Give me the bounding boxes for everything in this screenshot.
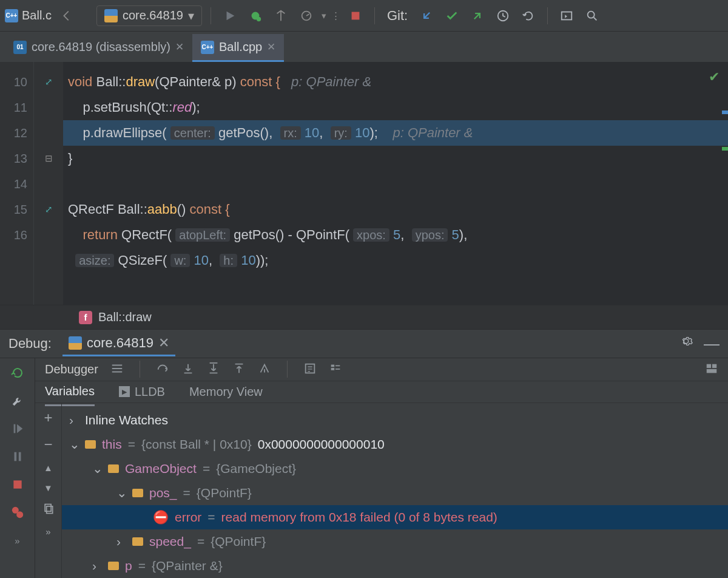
close-icon[interactable]: ✕ <box>267 41 275 53</box>
debugger-label: Debugger <box>45 362 98 376</box>
svg-rect-15 <box>331 368 335 370</box>
context-file-label: Ball.c <box>22 8 52 22</box>
git-push-icon[interactable] <box>467 5 488 26</box>
code-line <box>63 171 728 197</box>
step-out-icon[interactable] <box>232 362 246 377</box>
var-this[interactable]: ⌄ this = {const Ball * | 0x10} 0x0000000… <box>62 432 728 457</box>
editor-tabs: 01 core.64819 (disassembly) ✕ C++ Ball.c… <box>0 32 728 62</box>
variables-view: + − ▲ ▼ » ›Inline Watches ⌄ this = {cons… <box>35 403 728 578</box>
stop-icon[interactable] <box>9 476 26 493</box>
gear-icon[interactable] <box>679 335 693 353</box>
navigate-icon[interactable]: ⤢ <box>45 204 53 215</box>
debugger-toolbar: Debugger <box>35 358 728 381</box>
field-icon <box>132 489 143 497</box>
history-icon[interactable] <box>493 5 513 26</box>
field-icon <box>85 440 96 449</box>
force-step-into-icon[interactable] <box>207 362 220 377</box>
more-icon[interactable]: » <box>9 532 26 549</box>
run-button[interactable] <box>220 5 240 26</box>
run-to-cursor-icon[interactable] <box>258 362 271 377</box>
svg-rect-20 <box>46 506 52 514</box>
svg-rect-3 <box>352 12 360 19</box>
code-line: asize: QSizeF( w: 10, h: 10)); <box>63 248 728 273</box>
profile-button[interactable] <box>296 5 317 26</box>
code-line-current: p.drawEllipse( center: getPos(), rx: 10,… <box>63 120 728 146</box>
rollback-icon[interactable] <box>518 5 539 26</box>
code-line: void Ball::draw(QPainter& p) const { p: … <box>63 69 728 95</box>
core-dump-icon <box>69 336 82 350</box>
more-icon[interactable]: » <box>46 526 50 537</box>
svg-point-6 <box>588 11 595 18</box>
step-into-icon[interactable] <box>181 362 195 377</box>
tab-label: Ball.cpp <box>219 40 262 54</box>
svg-rect-17 <box>712 364 716 368</box>
code-area[interactable]: ✔ void Ball::draw(QPainter& p) const { p… <box>63 62 728 305</box>
tab-label: core.64819 (disassembly) <box>32 40 170 54</box>
add-watch-icon[interactable]: + <box>44 409 52 426</box>
copy-icon[interactable] <box>42 503 55 517</box>
git-pull-icon[interactable] <box>416 5 437 26</box>
function-icon: f <box>79 311 92 324</box>
code-line: } <box>63 146 728 171</box>
field-icon <box>108 562 119 570</box>
tab-ball-cpp[interactable]: C++ Ball.cpp ✕ <box>192 34 284 62</box>
field-icon <box>108 464 119 473</box>
remove-watch-icon[interactable]: − <box>44 436 52 453</box>
chevron-down-icon[interactable]: ▾ <box>322 10 326 21</box>
more-actions-icon[interactable]: ⋮ <box>331 10 340 21</box>
wrench-icon[interactable] <box>9 392 26 409</box>
stop-button[interactable] <box>345 5 366 26</box>
svg-rect-7 <box>13 424 15 433</box>
pause-icon[interactable] <box>9 448 26 465</box>
breadcrumb-label: Ball::draw <box>98 310 152 324</box>
coverage-button[interactable] <box>271 5 291 26</box>
close-icon[interactable]: ✕ <box>158 335 169 351</box>
rerun-icon[interactable] <box>9 364 26 381</box>
minimize-icon[interactable]: — <box>704 335 720 353</box>
up-icon[interactable]: ▲ <box>44 463 53 473</box>
resume-icon[interactable] <box>9 420 26 437</box>
tab-lldb[interactable]: ▶LLDB <box>119 385 165 399</box>
debug-panel-header: Debug: core.64819 ✕ — <box>0 329 728 358</box>
down-icon[interactable]: ▼ <box>44 483 53 493</box>
line-numbers: 10111213141516 <box>0 62 34 305</box>
var-speed[interactable]: › speed_ = {QPointF} <box>62 529 728 554</box>
step-over-icon[interactable] <box>156 362 169 377</box>
run-anything-icon[interactable] <box>556 5 577 26</box>
code-editor[interactable]: 10111213141516 ⤢ ⊟ ⤢ ✔ void Ball::draw(Q… <box>0 62 728 305</box>
debugger-sub-tabs: Variables ▶LLDB Memory View <box>35 381 728 403</box>
frames-icon[interactable] <box>110 362 124 377</box>
search-icon[interactable] <box>582 5 602 26</box>
debug-button[interactable] <box>245 5 266 26</box>
git-label: Git: <box>387 8 408 24</box>
tab-memory[interactable]: Memory View <box>189 385 263 399</box>
minimap[interactable] <box>720 62 728 305</box>
breakpoints-icon[interactable] <box>9 504 26 521</box>
var-gameobject[interactable]: ⌄ GameObject = {GameObject} <box>62 457 728 481</box>
svg-point-12 <box>16 511 23 518</box>
run-config-selector[interactable]: core.64819 ▾ <box>96 5 202 26</box>
var-error[interactable]: ⛔ error = read memory from 0x18 failed (… <box>62 505 728 529</box>
var-inline-watches[interactable]: ›Inline Watches <box>62 408 728 432</box>
svg-rect-10 <box>13 480 21 488</box>
main-toolbar: C++ Ball.c core.64819 ▾ ▾ ⋮ Git: <box>0 0 728 32</box>
tab-disassembly[interactable]: 01 core.64819 (disassembly) ✕ <box>5 34 192 62</box>
git-commit-icon[interactable] <box>442 5 462 26</box>
context-file[interactable]: C++ Ball.c <box>5 8 52 22</box>
variables-tree[interactable]: ›Inline Watches ⌄ this = {const Ball * |… <box>62 403 728 578</box>
close-icon[interactable]: ✕ <box>175 41 184 53</box>
svg-rect-14 <box>331 364 335 367</box>
layout-icon[interactable] <box>705 362 718 377</box>
navigate-icon[interactable]: ⤢ <box>45 76 53 87</box>
var-pos[interactable]: ⌄ pos_ = {QPointF} <box>62 481 728 505</box>
fold-close-icon[interactable]: ⊟ <box>45 153 53 164</box>
var-p[interactable]: › p = {QPainter &} <box>62 554 728 578</box>
variables-toolbar: + − ▲ ▼ » <box>35 403 62 578</box>
evaluate-icon[interactable] <box>303 362 317 377</box>
breadcrumb[interactable]: f Ball::draw <box>0 305 728 329</box>
code-line: return QRectF( atopLeft: getPos() - QPoi… <box>63 222 728 248</box>
svg-rect-18 <box>707 369 717 373</box>
debug-session-tab[interactable]: core.64819 ✕ <box>62 332 175 356</box>
trace-icon[interactable] <box>329 362 342 377</box>
back-icon[interactable] <box>56 5 77 26</box>
